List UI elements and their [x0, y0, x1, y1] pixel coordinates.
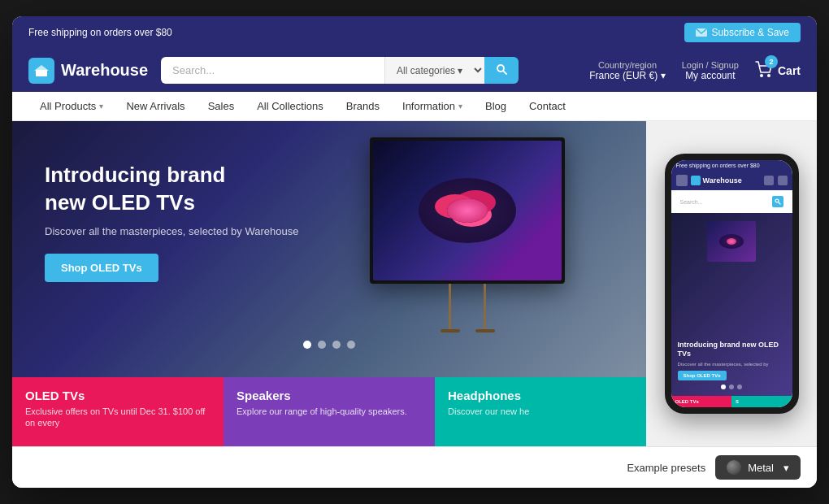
shop-button[interactable]: Shop OLED TVs	[45, 254, 158, 282]
search-bar: All categories ▾	[161, 57, 519, 84]
logo-icon	[28, 58, 54, 84]
category-desc-headphones: Discover our new he	[448, 406, 633, 417]
preset-dot	[727, 460, 741, 475]
phone-promo-bar: Free shipping on orders over $80	[671, 160, 792, 171]
header-right: Country/region France (EUR €) ▾ Login / …	[589, 60, 801, 81]
carousel-dot-2[interactable]	[318, 341, 326, 349]
tv-berries	[447, 198, 488, 223]
preset-name: Metal	[748, 462, 774, 474]
hero-tv-image	[354, 137, 581, 381]
phone-hero-subtitle: Discover all the masterpieces, selected …	[678, 362, 786, 367]
category-dropdown[interactable]: All categories ▾	[384, 57, 484, 84]
promo-message: Free shipping on orders over $80	[28, 27, 172, 38]
phone-header: Warehouse	[671, 171, 792, 190]
category-desc-speakers: Explore our range of high-quality speake…	[237, 406, 422, 417]
hero-subtitle: Discover all the masterpieces, selected …	[45, 225, 298, 237]
nav-item-blog[interactable]: Blog	[474, 92, 518, 120]
phone-carousel-dots	[678, 385, 786, 389]
category-card-headphones[interactable]: Headphones Discover our new he	[435, 377, 646, 446]
phone-search-button[interactable]	[772, 196, 783, 207]
nav-item-sales[interactable]: Sales	[197, 92, 246, 120]
phone-category-row: OLED TVs S	[671, 396, 792, 407]
phone-account-icon	[764, 176, 774, 185]
phone-shop-button[interactable]: Shop OLED TVs	[678, 371, 727, 380]
svg-point-5	[760, 74, 763, 77]
phone-cart-icon	[778, 176, 788, 185]
hero-title: Introducing brand new OLED TVs	[45, 162, 272, 217]
category-desc-oled: Exclusive offers on TVs until Dec 31. $1…	[25, 406, 211, 429]
country-label: Country/region	[589, 60, 665, 70]
hero-section: Introducing brand new OLED TVs Discover …	[12, 121, 646, 446]
account-label: My account	[682, 70, 739, 81]
phone-search-icon	[775, 198, 781, 205]
tv-leg-right	[484, 284, 486, 332]
carousel-dots	[303, 341, 355, 349]
category-card-oled[interactable]: OLED TVs Exclusive offers on TVs until D…	[12, 377, 224, 446]
cart-label: Cart	[778, 64, 801, 77]
presets-label: Example presets	[627, 462, 705, 474]
promo-bar: Free shipping on orders over $80 Subscri…	[12, 16, 817, 49]
phone-logo: Warehouse	[691, 176, 742, 185]
subscribe-button[interactable]: Subscribe & Save	[684, 23, 801, 42]
warehouse-logo-icon	[34, 63, 49, 78]
category-row: OLED TVs Exclusive offers on TVs until D…	[12, 377, 646, 446]
cart-area[interactable]: 2 Cart	[755, 60, 801, 80]
phone-hero: Introducing brand new OLED TVs Discover …	[671, 213, 792, 396]
search-input[interactable]	[161, 57, 384, 84]
phone-hero-title: Introducing brand new OLED TVs	[678, 341, 786, 358]
bottom-bar: Example presets Metal ▾	[12, 446, 817, 488]
chevron-down-icon-2: ▾	[458, 102, 462, 111]
account-area[interactable]: Login / Signup My account	[682, 60, 739, 81]
tv-legs	[354, 284, 581, 332]
phone-cat-oled: OLED TVs	[671, 396, 732, 407]
phone-logo-icon	[691, 176, 701, 185]
phone-menu-icon	[676, 175, 688, 186]
cart-icon-wrap: 2	[755, 60, 773, 80]
tv-leg-left	[449, 284, 451, 332]
email-icon	[696, 28, 707, 37]
category-title-oled: OLED TVs	[25, 389, 211, 402]
phone-dot-2	[729, 385, 734, 389]
phone-screen: Free shipping on orders over $80 Warehou…	[671, 160, 792, 407]
phone-dot-1	[721, 385, 726, 389]
phone-tv-thumbnail	[707, 221, 756, 262]
tv-body	[370, 137, 565, 284]
browser-window: Free shipping on orders over $80 Subscri…	[12, 16, 817, 488]
search-button[interactable]	[484, 57, 519, 84]
carousel-dot-4[interactable]	[347, 341, 355, 349]
mobile-preview: Free shipping on orders over $80 Warehou…	[646, 121, 817, 446]
tv-bowl	[419, 178, 516, 243]
carousel-dot-3[interactable]	[332, 341, 341, 349]
cart-badge: 2	[765, 55, 778, 68]
search-icon	[496, 63, 507, 75]
nav-item-information[interactable]: Information ▾	[391, 92, 474, 120]
phone-frame: Free shipping on orders over $80 Warehou…	[665, 154, 799, 414]
main-content: Introducing brand new OLED TVs Discover …	[12, 121, 817, 446]
preset-chevron-icon: ▾	[783, 462, 789, 474]
preset-selector[interactable]: Metal ▾	[715, 455, 801, 480]
nav-item-all-collections[interactable]: All Collections	[245, 92, 335, 120]
nav-item-new-arrivals[interactable]: New Arrivals	[115, 92, 196, 120]
svg-rect-1	[36, 70, 47, 76]
nav-item-brands[interactable]: Brands	[335, 92, 391, 120]
carousel-dot-1[interactable]	[303, 341, 311, 349]
phone-search-bar: Search...	[675, 193, 788, 210]
header: Warehouse All categories ▾ Country/regio…	[12, 49, 817, 92]
category-title-headphones: Headphones	[448, 389, 633, 402]
logo[interactable]: Warehouse	[28, 58, 148, 84]
phone-dot-3	[737, 385, 742, 389]
nav-item-all-products[interactable]: All Products ▾	[28, 92, 115, 120]
svg-line-4	[503, 71, 506, 74]
phone-cat-right: S	[731, 396, 792, 407]
category-card-speakers[interactable]: Speakers Explore our range of high-quali…	[224, 377, 435, 446]
tv-screen	[373, 141, 562, 280]
svg-point-7	[775, 199, 779, 202]
phone-header-icons	[764, 176, 788, 185]
chevron-down-icon: ▾	[99, 102, 103, 111]
nav-item-contact[interactable]: Contact	[518, 92, 577, 120]
category-title-speakers: Speakers	[237, 389, 422, 402]
country-region[interactable]: Country/region France (EUR €) ▾	[589, 60, 665, 81]
svg-line-8	[779, 202, 780, 204]
svg-marker-2	[34, 65, 49, 71]
nav-bar: All Products ▾ New Arrivals Sales All Co…	[12, 92, 817, 121]
